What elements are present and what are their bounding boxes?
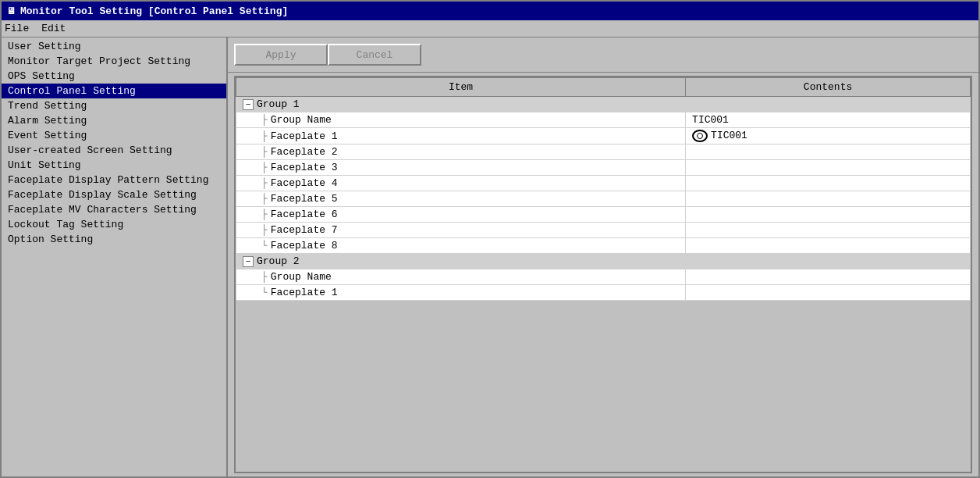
expand-icon-0[interactable]: − [243, 99, 254, 110]
table-row-g0-r8: └Faceplate 8 [236, 238, 971, 254]
table-row-g0-r7: ├Faceplate 7 [236, 223, 971, 238]
group-header-1[interactable]: −Group 2 [236, 254, 971, 269]
item-cell: ├Faceplate 5 [236, 191, 686, 207]
table-row-g0-r3: ├Faceplate 3 [236, 160, 971, 176]
sidebar-item-8[interactable]: Unit Setting [2, 158, 226, 173]
contents-cell [686, 191, 971, 207]
content-area: User SettingMonitor Target Project Setti… [2, 37, 978, 476]
contents-cell [686, 176, 971, 191]
item-cell: ├Group Name [236, 112, 686, 128]
sidebar-item-2[interactable]: OPS Setting [2, 69, 226, 84]
faceplate-icon [692, 130, 708, 142]
settings-table: Item Contents −Group 1├Group NameTIC001├… [236, 77, 971, 301]
title-bar: 🖥 Monitor Tool Setting [Control Panel Se… [2, 2, 978, 20]
app-icon: 🖥 [6, 5, 16, 17]
sidebar-item-6[interactable]: Event Setting [2, 128, 226, 143]
group-header-0[interactable]: −Group 1 [236, 97, 971, 112]
sidebar-item-0[interactable]: User Setting [2, 39, 226, 54]
app-window: 🖥 Monitor Tool Setting [Control Panel Se… [0, 0, 980, 478]
table-row-g0-r5: ├Faceplate 5 [236, 191, 971, 207]
contents-cell [686, 285, 971, 301]
sidebar-item-11[interactable]: Faceplate MV Characters Setting [2, 202, 226, 217]
table-row-g0-r6: ├Faceplate 6 [236, 207, 971, 223]
sidebar-item-5[interactable]: Alarm Setting [2, 113, 226, 128]
table-row-g0-r4: ├Faceplate 4 [236, 176, 971, 191]
item-cell: ├Group Name [236, 269, 686, 285]
item-cell: ├Faceplate 4 [236, 176, 686, 191]
item-cell: ├Faceplate 6 [236, 207, 686, 223]
item-cell: ├Faceplate 2 [236, 144, 686, 160]
expand-icon-1[interactable]: − [243, 256, 254, 267]
contents-cell [686, 238, 971, 254]
sidebar-item-7[interactable]: User-created Screen Setting [2, 143, 226, 158]
table-row-g0-r2: ├Faceplate 2 [236, 144, 971, 160]
table-container: Item Contents −Group 1├Group NameTIC001├… [234, 76, 972, 473]
contents-cell [686, 269, 971, 285]
col-header-contents: Contents [686, 78, 971, 97]
item-cell: └Faceplate 1 [236, 285, 686, 301]
cancel-button[interactable]: Cancel [328, 44, 421, 66]
contents-cell [686, 160, 971, 176]
item-cell: ├Faceplate 1 [236, 128, 686, 144]
contents-cell [686, 223, 971, 238]
contents-text: TIC001 [711, 130, 747, 141]
table-row-g1-r0: ├Group Name [236, 269, 971, 285]
item-cell: ├Faceplate 3 [236, 160, 686, 176]
sidebar-item-4[interactable]: Trend Setting [2, 98, 226, 113]
item-cell: └Faceplate 8 [236, 238, 686, 254]
table-row-g0-r0: ├Group NameTIC001 [236, 112, 971, 128]
contents-cell: TIC001 [686, 112, 971, 128]
sidebar-item-12[interactable]: Lockout Tag Setting [2, 217, 226, 232]
sidebar-item-9[interactable]: Faceplate Display Pattern Setting [2, 173, 226, 187]
sidebar-item-13[interactable]: Option Setting [2, 232, 226, 247]
contents-cell: TIC001 [686, 128, 971, 144]
toolbar: Apply Cancel [228, 37, 978, 73]
sidebar-item-3[interactable]: Control Panel Setting [2, 84, 226, 98]
table-row-g0-r1: ├Faceplate 1TIC001 [236, 128, 971, 144]
contents-cell [686, 207, 971, 223]
item-cell: ├Faceplate 7 [236, 223, 686, 238]
apply-button[interactable]: Apply [234, 44, 328, 66]
col-header-item: Item [236, 78, 686, 97]
main-panel: Apply Cancel Item Contents −Group 1├Grou… [228, 37, 978, 476]
sidebar-item-1[interactable]: Monitor Target Project Setting [2, 54, 226, 69]
contents-cell [686, 144, 971, 160]
menu-file[interactable]: File [5, 23, 29, 34]
table-row-g1-r1: └Faceplate 1 [236, 285, 971, 301]
sidebar-item-10[interactable]: Faceplate Display Scale Setting [2, 187, 226, 202]
window-title: Monitor Tool Setting [Control Panel Sett… [20, 5, 288, 17]
menu-bar: File Edit [2, 20, 978, 37]
sidebar: User SettingMonitor Target Project Setti… [2, 37, 228, 476]
menu-edit[interactable]: Edit [41, 23, 66, 34]
